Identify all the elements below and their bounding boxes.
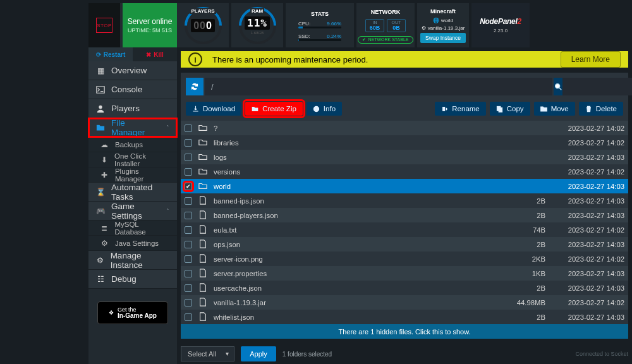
delete-button[interactable]: Delete xyxy=(579,102,623,116)
select-all-dropdown[interactable]: Select All xyxy=(181,346,234,361)
row-checkbox[interactable] xyxy=(185,241,192,248)
nav-console[interactable]: Console xyxy=(88,80,177,99)
row-checkbox[interactable] xyxy=(185,313,192,321)
table-row[interactable]: usercache.json2B2023-02-27 14:03 xyxy=(181,281,628,295)
file-date: 2023-02-27 14:02 xyxy=(545,299,624,306)
header-stats-row: PLAYERS 000 RAM 11% 1.68GB STATS CPU:9.6… xyxy=(177,3,632,47)
table-row[interactable]: versions2023-02-27 14:02 xyxy=(181,164,628,179)
file-size: 74B xyxy=(501,226,545,234)
app-line2: In-Game App xyxy=(118,313,157,319)
nav-one-click[interactable]: ⬇One Click Installer xyxy=(88,152,177,167)
nodepanel-logo: NodePanel2 2.23.0 xyxy=(471,3,530,47)
row-checkbox[interactable]: ✔ xyxy=(185,183,192,190)
table-row[interactable]: eula.txt74B2023-02-27 14:02 xyxy=(181,222,628,237)
notice-text: There is an upcoming maintenance period. xyxy=(212,55,368,64)
server-status: Server online UPTIME: 5M 51S xyxy=(123,3,177,47)
row-checkbox[interactable] xyxy=(185,270,192,277)
footer-bar: Select All Apply 1 folders selected Conn… xyxy=(181,344,628,364)
table-row[interactable]: whitelist.json2B2023-02-27 14:03 xyxy=(181,310,628,324)
kill-button[interactable]: ✖Kill xyxy=(133,47,177,61)
row-checkbox[interactable] xyxy=(185,139,192,147)
file-name: logs xyxy=(214,154,501,161)
puzzle-icon: ✚ xyxy=(100,171,109,179)
chevron-up-icon: ˄ xyxy=(166,208,169,214)
folder-icon xyxy=(198,138,207,148)
folder-icon xyxy=(198,181,207,191)
row-checkbox[interactable] xyxy=(185,284,192,292)
search-icon[interactable] xyxy=(554,78,562,95)
file-name: server.properties xyxy=(214,270,501,277)
nav-manage-instance[interactable]: ⚙Manage Instance xyxy=(88,251,177,270)
file-date: 2023-02-27 14:03 xyxy=(545,154,624,161)
ram-gauge: RAM 11% 1.68GB xyxy=(231,3,283,47)
cog-icon: ⚙ xyxy=(422,25,426,31)
user-icon xyxy=(96,104,105,113)
row-checkbox[interactable] xyxy=(185,154,192,161)
restart-button[interactable]: ⟳Restart xyxy=(88,47,133,61)
nav-players[interactable]: Players xyxy=(88,99,177,118)
row-checkbox[interactable] xyxy=(185,197,192,205)
refresh-icon[interactable] xyxy=(186,78,204,95)
in-game-app-promo[interactable]: ❖ Get the In-Game App xyxy=(97,301,168,324)
restart-icon: ⟳ xyxy=(96,51,101,58)
table-row[interactable]: vanilla-1.19.3.jar44.98MB2023-02-27 14:0… xyxy=(181,295,628,310)
nav-overview[interactable]: ▦Overview xyxy=(88,61,177,80)
hidden-files-row[interactable]: There are 1 hidden files. Click this to … xyxy=(181,324,628,339)
nav-debug[interactable]: ☷Debug xyxy=(88,270,177,289)
app-icon: ❖ xyxy=(109,310,114,316)
swap-instance-button[interactable]: Swap Instance xyxy=(420,33,466,43)
row-checkbox[interactable] xyxy=(185,124,192,132)
file-icon xyxy=(198,269,207,279)
info-button[interactable]: Info xyxy=(307,102,342,116)
file-size: 2KB xyxy=(501,255,545,263)
nav-java[interactable]: ⚙Java Settings xyxy=(88,236,177,251)
file-icon xyxy=(198,225,207,235)
status-text: Server online xyxy=(128,17,173,26)
search-input[interactable] xyxy=(562,78,632,95)
table-row[interactable]: server.properties1KB2023-02-27 14:03 xyxy=(181,266,628,281)
row-checkbox[interactable] xyxy=(185,255,192,263)
row-checkbox[interactable] xyxy=(185,299,192,306)
table-row[interactable]: logs2023-02-27 14:03 xyxy=(181,150,628,164)
svg-point-0 xyxy=(99,105,102,108)
table-row[interactable]: ?2023-02-27 14:02 xyxy=(181,121,628,135)
row-checkbox[interactable] xyxy=(185,226,192,234)
table-row[interactable]: ✔world2023-02-27 14:03 xyxy=(181,179,628,193)
move-button[interactable]: Move xyxy=(534,102,575,116)
nav-mysql[interactable]: ≣MySQL Database xyxy=(88,221,177,236)
table-row[interactable]: libraries2023-02-27 14:02 xyxy=(181,135,628,150)
nav-plugins[interactable]: ✚Plugins Manager xyxy=(88,167,177,183)
chevron-up-icon: ˄ xyxy=(166,124,169,131)
file-date: 2023-02-27 14:03 xyxy=(545,284,624,292)
create-zip-button[interactable]: Create Zip xyxy=(245,102,303,116)
table-row[interactable]: banned-players.json2B2023-02-27 14:03 xyxy=(181,208,628,222)
stop-button[interactable]: STOP xyxy=(96,18,112,33)
row-checkbox[interactable] xyxy=(185,212,192,219)
folder-icon xyxy=(96,123,105,132)
svg-point-1 xyxy=(556,84,560,88)
nav-file-manager[interactable]: File Manager˄ xyxy=(88,118,177,137)
learn-more-button[interactable]: Learn More xyxy=(561,51,621,68)
copy-button[interactable]: Copy xyxy=(490,102,530,116)
file-size: 44.98MB xyxy=(501,299,545,306)
database-icon: ≣ xyxy=(100,224,108,233)
stop-card: STOP xyxy=(88,3,120,47)
rename-button[interactable]: Rename xyxy=(435,102,485,116)
table-row[interactable]: banned-ips.json2B2023-02-27 14:03 xyxy=(181,193,628,208)
table-row[interactable]: server-icon.png2KB2023-02-27 14:02 xyxy=(181,252,628,266)
file-table: ?2023-02-27 14:02libraries2023-02-27 14:… xyxy=(181,121,628,339)
row-checkbox[interactable] xyxy=(185,168,192,176)
settings-icon: ⚙ xyxy=(100,239,109,248)
grid-icon: ▦ xyxy=(96,66,105,75)
file-name: usercache.json xyxy=(214,284,501,292)
download-button[interactable]: Download xyxy=(186,102,241,116)
nav-backups[interactable]: ☁Backups xyxy=(88,137,177,152)
table-row[interactable]: ops.json2B2023-02-27 14:03 xyxy=(181,237,628,252)
file-icon xyxy=(198,240,207,250)
file-name: libraries xyxy=(214,139,501,147)
nav-automated[interactable]: ⌛Automated Tasks xyxy=(88,183,177,202)
players-gauge: PLAYERS 000 xyxy=(177,3,229,47)
apply-button[interactable]: Apply xyxy=(241,346,276,361)
path-input[interactable] xyxy=(205,78,552,95)
nav-game-settings[interactable]: 🎮Game Settings˄ xyxy=(88,202,177,221)
